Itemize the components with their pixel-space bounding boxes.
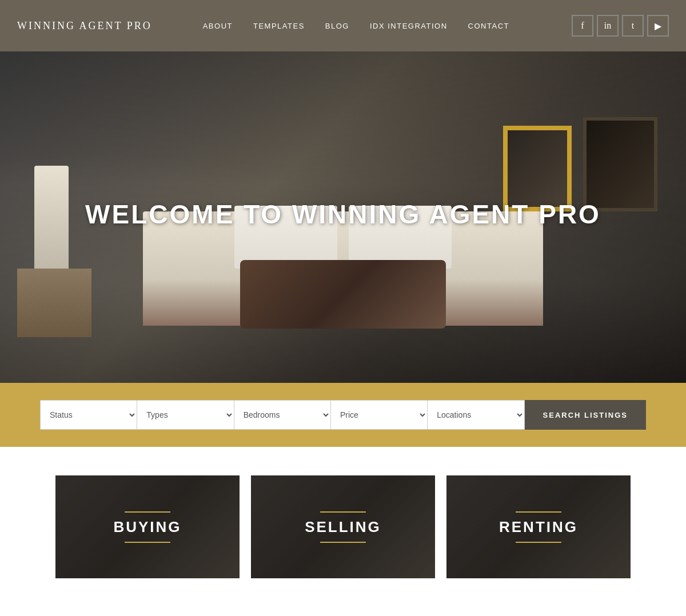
youtube-icon[interactable]: ▶ — [647, 15, 669, 37]
hero-title: WELCOME TO WINNING AGENT PRO — [85, 199, 601, 230]
selling-card[interactable]: SELLING — [251, 475, 435, 578]
buying-card-line-top — [125, 511, 170, 513]
nav-contact[interactable]: CONTACT — [458, 22, 520, 30]
site-header: WINNING AGENT PRO ABOUT TEMPLATES BLOG I… — [0, 0, 686, 51]
renting-card-line-top — [516, 511, 561, 513]
cards-section: BUYING SELLING RENTING — [0, 447, 686, 607]
site-title: WINNING AGENT PRO — [17, 20, 152, 32]
renting-card-overlay: RENTING — [446, 475, 631, 578]
search-listings-button[interactable]: SEARCH LISTINGS — [525, 400, 646, 430]
nav-templates[interactable]: TEMPLATES — [243, 22, 315, 30]
buying-card-line-bottom — [125, 542, 170, 543]
picture-frame-right — [583, 117, 657, 211]
facebook-icon[interactable]: f — [572, 15, 593, 37]
selling-card-label: SELLING — [305, 518, 381, 536]
buying-card[interactable]: BUYING — [55, 475, 240, 578]
nav-blog[interactable]: BLOG — [315, 22, 360, 30]
hero-section: WELCOME TO WINNING AGENT PRO — [0, 51, 686, 383]
renting-card-label: RENTING — [499, 518, 578, 536]
nav-about[interactable]: ABOUT — [193, 22, 243, 30]
social-icons-group: f in t ▶ — [572, 15, 669, 37]
main-nav: ABOUT TEMPLATES BLOG IDX INTEGRATION CON… — [193, 22, 520, 30]
selling-card-line-bottom — [320, 542, 366, 543]
picture-frame-right-inner — [587, 121, 654, 208]
renting-card[interactable]: RENTING — [446, 475, 631, 578]
twitter-icon[interactable]: t — [622, 15, 644, 37]
selling-card-overlay: SELLING — [251, 475, 435, 578]
nightstand-decoration — [17, 269, 91, 337]
lamp-decoration — [34, 166, 69, 269]
search-bar: StatusFor SaleFor RentSold TypesHouseCon… — [40, 400, 646, 430]
price-select[interactable]: Price$100k-$200k$200k-$300k$300k-$500k$5… — [330, 400, 427, 430]
status-select[interactable]: StatusFor SaleFor RentSold — [40, 400, 137, 430]
types-select[interactable]: TypesHouseCondoTownhouseLand — [137, 400, 233, 430]
renting-card-line-bottom — [516, 542, 561, 543]
selling-card-line-top — [320, 511, 366, 513]
bedrooms-select[interactable]: Bedrooms12345+ — [234, 400, 330, 430]
buying-card-overlay: BUYING — [55, 475, 240, 578]
buying-card-label: BUYING — [113, 518, 181, 536]
picture-frame-left-inner — [508, 130, 567, 207]
linkedin-icon[interactable]: in — [597, 15, 619, 37]
blanket-decoration — [240, 260, 446, 329]
locations-select[interactable]: LocationsDowntownSuburbsBeachMountains — [427, 400, 524, 430]
nav-idx-integration[interactable]: IDX INTEGRATION — [360, 22, 458, 30]
search-bar-wrapper: StatusFor SaleFor RentSold TypesHouseCon… — [0, 383, 686, 447]
